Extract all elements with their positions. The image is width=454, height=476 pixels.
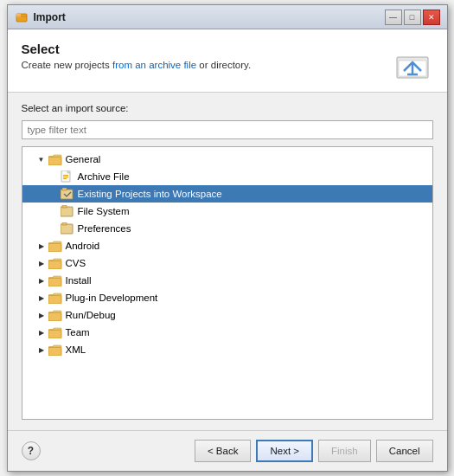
toggle-plugin-dev[interactable] (36, 293, 47, 303)
folder-icon-install (48, 274, 62, 286)
svg-rect-10 (62, 188, 67, 190)
leaf-icon-archive-file (61, 170, 74, 183)
window-icon (15, 10, 29, 24)
toggle-team[interactable] (36, 327, 47, 338)
folder-icon-team (48, 326, 62, 338)
tree-label-file-system: File System (78, 206, 130, 216)
tree-item-run-debug[interactable]: Run/Debug (22, 306, 432, 324)
finish-button[interactable]: Finish (318, 440, 371, 462)
footer-left: ? (22, 441, 41, 460)
page-title: Select (22, 42, 252, 56)
tree-label-install: Install (66, 275, 92, 286)
toggle-general[interactable] (36, 154, 47, 164)
window-title: Import (34, 11, 385, 23)
folder-icon-run-debug (48, 309, 62, 321)
svg-rect-20 (48, 330, 61, 338)
tree-container: General Archive File (22, 146, 433, 420)
tree-label-plugin-dev: Plug-in Development (66, 293, 158, 303)
content: Select an import source: General (8, 93, 447, 430)
svg-rect-12 (62, 205, 67, 208)
svg-rect-21 (48, 347, 61, 356)
next-button[interactable]: Next > (256, 440, 313, 462)
svg-rect-11 (61, 207, 73, 216)
tree-item-cvs[interactable]: CVS (22, 254, 432, 272)
folder-icon-xml (48, 344, 62, 356)
minimize-button[interactable]: — (385, 10, 402, 25)
footer: ? < Back Next > Finish Cancel (8, 430, 447, 471)
tree-label-run-debug: Run/Debug (66, 310, 116, 320)
tree-label-preferences: Preferences (78, 223, 131, 234)
toggle-android[interactable] (36, 241, 47, 251)
footer-buttons: < Back Next > Finish Cancel (195, 440, 433, 462)
filter-input[interactable] (22, 120, 433, 139)
header: Select Create new projects from an archi… (8, 29, 447, 93)
tree-item-file-system[interactable]: File System (22, 203, 432, 220)
close-button[interactable]: ✕ (423, 10, 440, 25)
svg-rect-14 (62, 222, 67, 225)
leaf-icon-preferences (61, 222, 74, 235)
back-button[interactable]: < Back (195, 440, 251, 462)
svg-rect-1 (16, 14, 21, 17)
import-dialog: Import — □ ✕ Select Create new projects … (7, 4, 448, 472)
tree-item-android[interactable]: Android (22, 237, 432, 254)
tree-item-install[interactable]: Install (22, 272, 432, 289)
folder-icon-plugin-dev (48, 292, 62, 304)
toggle-install[interactable] (36, 275, 47, 286)
tree-item-plugin-dev[interactable]: Plug-in Development (22, 289, 432, 306)
folder-icon-android (48, 240, 62, 252)
svg-rect-16 (48, 261, 61, 269)
toggle-xml[interactable] (36, 344, 47, 355)
help-button[interactable]: ? (22, 441, 41, 460)
page-subtitle: Create new projects from an archive file… (22, 60, 252, 70)
source-label: Select an import source: (22, 103, 433, 113)
tree-item-xml[interactable]: XML (22, 341, 432, 358)
cancel-button[interactable]: Cancel (376, 440, 433, 462)
header-icon (392, 42, 433, 83)
svg-rect-9 (61, 190, 73, 199)
folder-icon-cvs (48, 257, 62, 269)
tree-label-android: Android (66, 241, 100, 251)
subtitle-plain: Create new projects (22, 60, 112, 70)
svg-rect-6 (63, 175, 68, 176)
titlebar: Import — □ ✕ (8, 5, 447, 29)
svg-rect-17 (48, 278, 61, 286)
svg-rect-19 (48, 312, 61, 321)
leaf-icon-existing-projects (61, 188, 74, 200)
svg-rect-18 (48, 295, 61, 304)
subtitle-end: or directory. (196, 60, 251, 70)
tree-item-preferences[interactable]: Preferences (22, 220, 432, 237)
svg-rect-15 (48, 243, 61, 252)
subtitle-link[interactable]: from an archive file (112, 60, 196, 70)
tree-label-xml: XML (66, 344, 86, 355)
svg-rect-8 (63, 178, 67, 179)
window-controls: — □ ✕ (385, 10, 440, 25)
svg-rect-7 (63, 177, 68, 177)
svg-rect-13 (61, 224, 73, 234)
tree-label-cvs: CVS (66, 258, 86, 268)
svg-rect-4 (48, 157, 61, 165)
tree-label-team: Team (66, 327, 90, 338)
tree-label-general: General (66, 154, 101, 164)
tree-item-archive-file[interactable]: Archive File (22, 168, 432, 185)
toggle-cvs[interactable] (36, 258, 47, 268)
tree-label-existing-projects: Existing Projects into Workspace (78, 189, 222, 199)
leaf-icon-file-system (61, 205, 74, 217)
tree-item-general[interactable]: General (22, 151, 432, 168)
restore-button[interactable]: □ (404, 10, 421, 25)
tree-label-archive-file: Archive File (78, 171, 130, 182)
folder-icon-general (48, 153, 62, 165)
toggle-run-debug[interactable] (36, 310, 47, 320)
tree-item-existing-projects[interactable]: Existing Projects into Workspace (22, 185, 432, 203)
tree-item-team[interactable]: Team (22, 324, 432, 341)
header-text: Select Create new projects from an archi… (22, 42, 252, 70)
